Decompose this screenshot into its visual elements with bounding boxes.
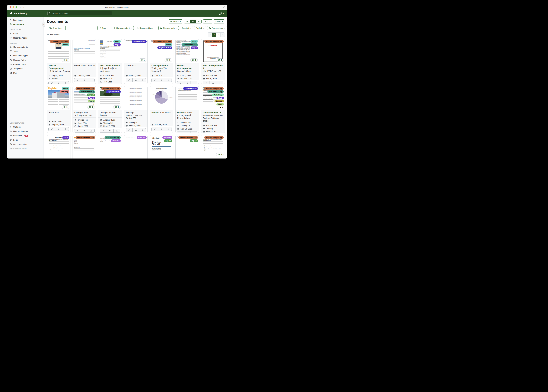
document-card[interactable]: Boundary Waters TripAnother Sample TagTa… bbox=[98, 86, 122, 133]
document-card[interactable]: This is a testAnother Sample TagTag 12 bbox=[175, 135, 199, 159]
view-mode-list-button[interactable] bbox=[184, 20, 190, 23]
tag-pill[interactable]: Another Sample Tag bbox=[76, 136, 95, 139]
view-button[interactable] bbox=[81, 129, 88, 133]
view-button[interactable] bbox=[158, 127, 165, 131]
tag-pill[interactable]: Tag 3 bbox=[216, 103, 224, 105]
document-card[interactable]: French Country BreadFor the Leaven1 heap… bbox=[175, 86, 199, 133]
download-button[interactable] bbox=[62, 127, 69, 131]
document-preview[interactable]: Boundary Waters TripAnother Sample TagTa… bbox=[98, 86, 122, 110]
edit-button[interactable] bbox=[126, 128, 132, 132]
filter-created-button[interactable]: Created▼ bbox=[180, 26, 193, 30]
filter-title-content-button[interactable]: Title & content▼ bbox=[47, 26, 65, 30]
document-card[interactable]: one,1.0 five,5.0Another Sample TagInboxT… bbox=[150, 39, 173, 84]
comment-badge[interactable]: 4 bbox=[216, 58, 224, 62]
view-mode-detail-button[interactable] bbox=[196, 20, 202, 23]
tag-pill[interactable]: Tag 2 bbox=[216, 97, 224, 99]
tag-pill[interactable]: Another Sample Tag bbox=[204, 136, 224, 139]
nav-forward-button[interactable]: › bbox=[23, 6, 24, 8]
search-input[interactable] bbox=[47, 11, 112, 15]
document-card[interactable]: DrylabNNETFLIXInboxTest Tag1drylab TestY… bbox=[47, 86, 71, 133]
user-menu-button[interactable]: ▼ bbox=[218, 12, 224, 15]
document-title[interactable]: Sonstige ScanPC2022 03-24_081058 bbox=[126, 112, 142, 119]
document-preview[interactable]: CyberPowerPowerPanel® Business EditionUs… bbox=[201, 39, 225, 63]
document-title[interactable]: H7_Napoleon_Bonaparte_zadanie bbox=[49, 70, 71, 72]
document-preview[interactable]: ✻ BANK OF SCOTLANDBank of Scotland · 106… bbox=[73, 39, 96, 63]
filter-permissions-button[interactable]: Permissions▼ bbox=[207, 26, 227, 30]
document-preview[interactable]: Test Name123-456-7890January 2, 2022July… bbox=[73, 135, 96, 159]
tag-pill[interactable]: Tag 12 bbox=[164, 139, 172, 142]
view-button[interactable] bbox=[158, 78, 165, 82]
tag-pill[interactable]: Tag 12 bbox=[190, 139, 198, 142]
download-button[interactable] bbox=[139, 128, 146, 132]
edit-button[interactable] bbox=[151, 78, 158, 82]
document-preview[interactable]: This is a testAnother Sample TagTag 12 bbox=[176, 135, 199, 159]
edit-button[interactable] bbox=[74, 129, 81, 133]
view-button[interactable] bbox=[209, 81, 216, 84]
sidebar-item-tags[interactable]: Tags bbox=[7, 49, 43, 54]
tag-pill[interactable]: NewOne bbox=[111, 139, 121, 142]
document-title[interactable]: [paperless] test post-owner bbox=[100, 67, 117, 72]
correspondent-name[interactable]: Test Correspondent 1 bbox=[203, 64, 223, 70]
tag-pill[interactable]: Another Sample Tag bbox=[153, 40, 172, 43]
share-button[interactable] bbox=[223, 6, 225, 8]
filter-storage-path-button[interactable]: Storage path▼ bbox=[159, 26, 179, 30]
document-card[interactable]: This is a multi page document. Page 1.Ne… bbox=[124, 135, 148, 159]
correspondent-name[interactable]: Newest Correspondent bbox=[177, 64, 192, 70]
view-button[interactable] bbox=[184, 81, 191, 84]
tag-pill[interactable]: Tag 12 bbox=[87, 93, 95, 96]
edit-button[interactable] bbox=[177, 132, 184, 133]
documentation-link[interactable]: ?Documentation bbox=[7, 142, 43, 147]
page-next-button[interactable]: » bbox=[220, 33, 225, 37]
document-title[interactable]: 2sample-pdf-with-images bbox=[100, 112, 117, 117]
document-card[interactable]: AdobeInDesign Scripting DocumentationAno… bbox=[72, 86, 96, 133]
document-title[interactable]: UM_PPBE_en_v29 bbox=[203, 70, 221, 72]
document-preview[interactable]: Contact Sheet DemoGiven a set of image f… bbox=[98, 135, 122, 159]
title-content-input[interactable] bbox=[65, 26, 96, 30]
tag-pill[interactable]: Another Sample Tag bbox=[76, 87, 95, 90]
view-button[interactable] bbox=[107, 129, 113, 133]
view-mode-grid-button[interactable] bbox=[190, 20, 196, 23]
download-button[interactable] bbox=[165, 127, 172, 131]
tag-pill[interactable]: Just another tag bbox=[105, 136, 121, 139]
comment-badge[interactable]: 1 bbox=[165, 58, 172, 62]
tag-pill[interactable]: Just another tag bbox=[182, 43, 198, 46]
document-card[interactable]: Lorem ipsumLorem ipsum dolor sit amet, c… bbox=[47, 135, 71, 159]
edit-button[interactable] bbox=[74, 78, 81, 82]
correspondent-name[interactable]: Correspondent 9 bbox=[151, 64, 168, 67]
edit-button[interactable] bbox=[151, 127, 158, 131]
document-title[interactable]: tablerates2 bbox=[126, 64, 136, 67]
document-card[interactable]: Country,Region/State,"TagWithPartial1tab… bbox=[124, 39, 148, 84]
correspondent-name[interactable]: Newest Correspondent bbox=[49, 64, 64, 70]
sidebar-item-settings[interactable]: Settings bbox=[7, 125, 43, 129]
sidebar-item-logs[interactable]: Logs bbox=[7, 138, 43, 142]
comment-badge[interactable]: 1 bbox=[139, 58, 146, 62]
sidebar-item-recently-added[interactable]: Recently Added bbox=[7, 36, 43, 40]
document-preview[interactable]: French Country BreadFor the Leaven1 heap… bbox=[176, 86, 199, 110]
tag-pill[interactable]: Test Tag bbox=[59, 90, 69, 93]
sidebar-item-dashboard[interactable]: Dashboard bbox=[7, 18, 43, 22]
view-button[interactable] bbox=[55, 81, 62, 84]
view-button[interactable] bbox=[132, 78, 139, 82]
filter-document-type-button[interactable]: Document type▼ bbox=[135, 26, 157, 30]
document-title[interactable]: drylab Test bbox=[49, 112, 59, 114]
document-card[interactable]: ✻ BANK OF SCOTLANDBank of Scotland · 106… bbox=[72, 39, 96, 84]
document-title[interactable]: Sample100.csv bbox=[177, 70, 192, 72]
download-button[interactable] bbox=[88, 78, 94, 82]
sidebar-item-inbox[interactable]: Inbox bbox=[7, 31, 43, 36]
correspondent-name[interactable]: Private bbox=[177, 112, 184, 114]
tag-pill[interactable]: Just another tag bbox=[79, 90, 95, 93]
nav-back-button[interactable]: ‹ bbox=[20, 6, 21, 8]
download-button[interactable] bbox=[139, 78, 146, 82]
document-preview[interactable]: Lorem ipsumLorem ipsum dolor sit amet, c… bbox=[47, 135, 70, 159]
sidebar-item-documents[interactable]: Documents bbox=[7, 22, 43, 27]
tag-pill[interactable]: Tag 2 bbox=[191, 46, 198, 49]
sidebar-item-templates[interactable]: Templates bbox=[7, 66, 43, 71]
tag-pill[interactable]: Tag 2 bbox=[114, 43, 121, 46]
document-card[interactable]: Lorem ipsumLorem ipsum dolor sit amet, c… bbox=[201, 135, 225, 159]
tag-pill[interactable]: Tag 2 bbox=[62, 136, 69, 139]
document-card[interactable]: Test Name123-456-7890January 2, 2022July… bbox=[72, 135, 96, 159]
filter-added-button[interactable]: Added▼ bbox=[194, 26, 206, 30]
comment-badge[interactable]: 6 bbox=[87, 105, 95, 109]
document-card[interactable]: This is a test for the double space char… bbox=[124, 86, 148, 133]
tag-pill[interactable]: Another Sample Tag bbox=[204, 40, 224, 43]
